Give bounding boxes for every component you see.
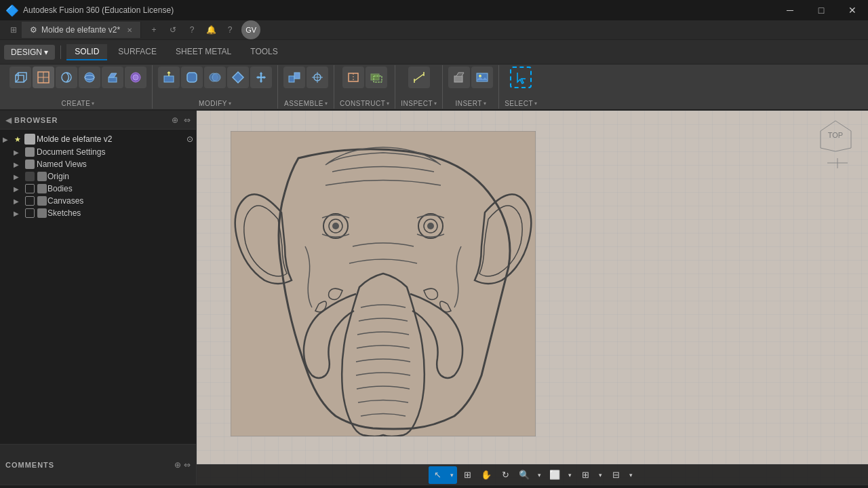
new-component-tool[interactable] bbox=[283, 67, 305, 88]
tab-sheet-metal[interactable]: SHEET METAL bbox=[167, 44, 239, 60]
select-dropdown[interactable]: ▾ bbox=[446, 466, 457, 484]
tree-root-arrow: ▶ bbox=[3, 136, 12, 143]
sketch-tool[interactable] bbox=[33, 67, 54, 88]
browser-expand-icon[interactable]: ⇔ bbox=[184, 115, 191, 125]
comments-add-icon[interactable]: ⊕ bbox=[174, 460, 181, 470]
measure-tool[interactable] bbox=[408, 67, 430, 88]
tab-help2[interactable]: ? bbox=[222, 22, 237, 37]
tree-item-sketches[interactable]: ▶ Sketches bbox=[0, 207, 196, 219]
divider bbox=[60, 45, 61, 59]
grid-dropdown[interactable]: ▾ bbox=[595, 466, 606, 484]
zoom-group: 🔍 ▾ bbox=[515, 466, 545, 484]
view-cube[interactable]: TOP bbox=[817, 117, 858, 158]
tree-item-canvases-label: Canvases bbox=[47, 196, 193, 206]
freeform-tool[interactable] bbox=[125, 67, 146, 88]
select-tool[interactable] bbox=[510, 67, 532, 88]
tab-help[interactable]: ? bbox=[184, 22, 199, 37]
tab-close-icon[interactable]: ✕ bbox=[127, 26, 132, 34]
tree-item-canvases[interactable]: ▶ Canvases bbox=[0, 195, 196, 207]
press-pull-tool[interactable] bbox=[158, 67, 180, 88]
tab-notification[interactable]: 🔔 bbox=[203, 22, 218, 37]
content-area: ◀ BROWSER ⊕ ⇔ ▶ ★ Molde de elefante v2 ⊙… bbox=[0, 111, 868, 485]
display-mode-button[interactable]: ⬜ bbox=[546, 466, 564, 484]
zoom-button[interactable]: 🔍 bbox=[515, 466, 533, 484]
env-dropdown[interactable]: ▾ bbox=[625, 466, 636, 484]
grid-group: ⊞ ▾ bbox=[576, 466, 606, 484]
environment-button[interactable]: ⊟ bbox=[607, 466, 625, 484]
display-dropdown[interactable]: ▾ bbox=[564, 466, 575, 484]
app-title: Autodesk Fusion 360 (Education License) bbox=[23, 5, 174, 15]
assemble-group: ASSEMBLE ▾ bbox=[278, 65, 334, 109]
offset-plane-tool[interactable] bbox=[366, 67, 387, 88]
svg-point-4 bbox=[62, 73, 71, 82]
tree-item-folder-icon-2 bbox=[25, 159, 35, 169]
insert-group: INSERT ▾ bbox=[443, 65, 499, 109]
tree-item-canvases-icon bbox=[37, 196, 47, 206]
revolve-tool[interactable] bbox=[56, 67, 77, 88]
tab-refresh[interactable]: ↺ bbox=[165, 22, 180, 37]
tree-item-arrow-3: ▶ bbox=[14, 173, 23, 181]
select-mode-button[interactable]: ↖ bbox=[429, 466, 446, 484]
select-group: SELECT ▾ bbox=[499, 65, 542, 109]
tab-surface[interactable]: SURFACE bbox=[110, 44, 165, 60]
joint-tool[interactable] bbox=[307, 67, 328, 88]
sphere-tool[interactable] bbox=[79, 67, 100, 88]
move-tool[interactable] bbox=[250, 67, 272, 88]
elephant-model bbox=[231, 131, 536, 436]
extrude-tool[interactable] bbox=[102, 67, 123, 88]
combine-tool[interactable] bbox=[204, 67, 226, 88]
new-tab-button[interactable]: ⊞ bbox=[5, 22, 22, 38]
midplane-tool[interactable] bbox=[342, 67, 364, 88]
browser-collapse-icon[interactable]: ◀ bbox=[5, 115, 12, 125]
user-avatar[interactable]: GV bbox=[241, 20, 260, 39]
file-tab[interactable]: ⚙ Molde de elefante v2* ✕ bbox=[22, 22, 141, 38]
create-group: CREATE ▾ bbox=[4, 65, 153, 109]
viewport-nav-button[interactable]: ⊞ bbox=[458, 466, 476, 484]
svg-line-24 bbox=[414, 74, 424, 81]
tree-root-label: Molde de elefante v2 bbox=[37, 134, 184, 144]
comments-expand-icon[interactable]: ⇔ bbox=[184, 460, 191, 470]
title-bar: 🔷 Autodesk Fusion 360 (Education License… bbox=[0, 0, 868, 20]
timeline: ⏮ ⏪ ▶ ⏩ ⏭ ⚙ bbox=[0, 485, 868, 488]
svg-rect-7 bbox=[108, 77, 117, 82]
tree-item-origin[interactable]: ▶ Origin bbox=[0, 170, 196, 183]
tree-item-document-settings[interactable]: ▶ Document Settings bbox=[0, 146, 196, 158]
browser-title: BROWSER bbox=[14, 116, 172, 124]
svg-rect-10 bbox=[164, 76, 174, 82]
svg-point-5 bbox=[85, 73, 94, 82]
browser-tree: ▶ ★ Molde de elefante v2 ⊙ ▶ Document Se… bbox=[0, 130, 196, 444]
zoom-dropdown[interactable]: ▾ bbox=[534, 466, 545, 484]
design-mode-button[interactable]: DESIGN ▾ bbox=[4, 45, 55, 60]
viewport[interactable]: TOP ↖ ▾ ⊞ ✋ ↻ 🔍 ▾ ⬜ ▾ bbox=[197, 111, 868, 485]
scale-tool[interactable] bbox=[227, 67, 249, 88]
viewport-background: TOP bbox=[197, 111, 868, 485]
minimize-button[interactable]: ─ bbox=[774, 0, 806, 20]
svg-marker-8 bbox=[108, 73, 117, 77]
tab-file-icon: ⚙ bbox=[30, 25, 37, 35]
close-button[interactable]: ✕ bbox=[837, 0, 868, 20]
browser-header: ◀ BROWSER ⊕ ⇔ bbox=[0, 111, 196, 130]
svg-point-36 bbox=[427, 223, 434, 229]
tab-nav-back[interactable]: + bbox=[146, 22, 161, 37]
tree-item-sketches-icon bbox=[37, 208, 47, 218]
main-toolbar: CREATE ▾ MODIFY ▾ bbox=[0, 64, 868, 111]
box-tool[interactable] bbox=[9, 67, 31, 88]
svg-text:TOP: TOP bbox=[828, 131, 843, 139]
design-toolbar: DESIGN ▾ SOLID SURFACE SHEET METAL TOOLS bbox=[0, 40, 868, 64]
browser-settings-icon[interactable]: ⊕ bbox=[172, 115, 178, 125]
tab-solid[interactable]: SOLID bbox=[66, 44, 107, 60]
insert-mesh-tool[interactable] bbox=[448, 67, 470, 88]
orbit-button[interactable]: ↻ bbox=[496, 466, 514, 484]
inspect-group: INSPECT ▾ bbox=[395, 65, 443, 109]
tree-item-bodies[interactable]: ▶ Bodies bbox=[0, 183, 196, 195]
insert-image-tool[interactable] bbox=[471, 67, 493, 88]
maximize-button[interactable]: □ bbox=[806, 0, 837, 20]
fillet-tool[interactable] bbox=[181, 67, 203, 88]
tree-root-link-icon[interactable]: ⊙ bbox=[186, 134, 193, 144]
tab-tools[interactable]: TOOLS bbox=[242, 44, 285, 60]
grid-button[interactable]: ⊞ bbox=[576, 466, 594, 484]
tree-item-named-views[interactable]: ▶ Named Views bbox=[0, 158, 196, 170]
viewport-toolbar: ↖ ▾ ⊞ ✋ ↻ 🔍 ▾ ⬜ ▾ ⊞ ▾ ⊟ ▾ bbox=[197, 464, 868, 485]
tree-root-item[interactable]: ▶ ★ Molde de elefante v2 ⊙ bbox=[0, 132, 196, 146]
pan-button[interactable]: ✋ bbox=[477, 466, 495, 484]
